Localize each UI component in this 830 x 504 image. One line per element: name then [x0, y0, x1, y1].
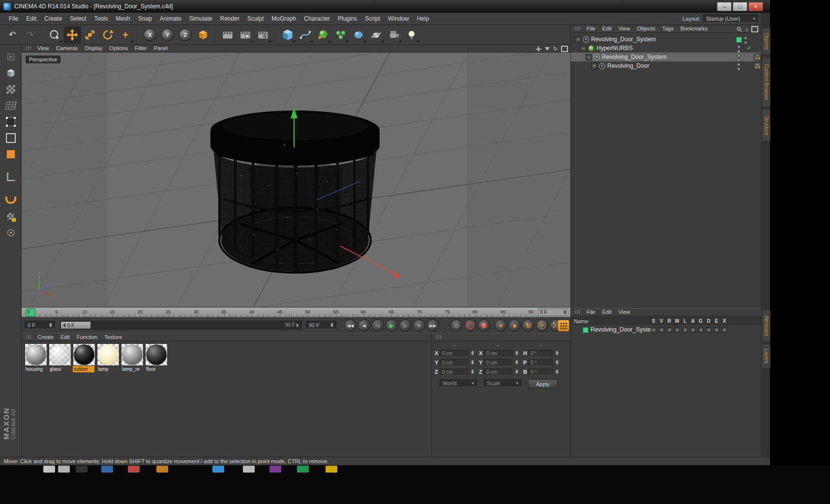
- om-menu-file[interactable]: File: [583, 25, 599, 32]
- rotate-tool[interactable]: [99, 27, 116, 43]
- size-mode-dropdown[interactable]: Scale ▾: [484, 379, 521, 387]
- panel-grip[interactable]: [26, 335, 32, 339]
- windows-taskbar[interactable]: [0, 465, 830, 504]
- material-name[interactable]: lamp: [97, 366, 119, 372]
- viewport-canvas[interactable]: Y X Z: [22, 53, 570, 307]
- menu-tools[interactable]: Tools: [90, 13, 112, 25]
- xref-toggle[interactable]: [722, 327, 727, 333]
- material-menu-function[interactable]: Function: [73, 334, 101, 341]
- snap-toggle[interactable]: [2, 224, 20, 241]
- hypernurbs-button[interactable]: [315, 27, 331, 43]
- size-column-header[interactable]: --: [491, 342, 505, 348]
- size-z-field[interactable]: 0 cm: [484, 368, 512, 376]
- material-item-selected[interactable]: rubber: [73, 343, 95, 372]
- redo-button[interactable]: ↷: [22, 27, 38, 43]
- key-scale-toggle[interactable]: ■: [508, 319, 521, 332]
- menu-render[interactable]: Render: [216, 13, 243, 25]
- undo-button[interactable]: ↶: [4, 27, 21, 43]
- om-menu-tags[interactable]: Tags: [659, 25, 677, 32]
- key-position-toggle[interactable]: +: [495, 319, 507, 332]
- col-deformers[interactable]: D: [705, 318, 712, 324]
- stepper-icon[interactable]: [471, 351, 474, 355]
- om-menu-objects[interactable]: Objects: [633, 25, 658, 32]
- tree-row-revolving-door[interactable]: + Revolving_Door: [571, 61, 761, 70]
- material-thumbnail[interactable]: [49, 343, 71, 366]
- prev-frame-button[interactable]: ◁: [372, 319, 384, 332]
- camera-label[interactable]: Perspective: [26, 56, 60, 63]
- render-settings-button[interactable]: [255, 27, 271, 43]
- current-frame-field[interactable]: 0 F: [25, 321, 55, 329]
- maximize-button[interactable]: □: [733, 2, 747, 11]
- camera-object-button[interactable]: [385, 27, 402, 43]
- viewport-menu-cameras[interactable]: Cameras: [53, 45, 82, 52]
- taskbar-icon[interactable]: [326, 466, 337, 473]
- layer-color-chip[interactable]: [736, 37, 742, 43]
- expressions-toggle[interactable]: [714, 327, 719, 333]
- taskbar-icon[interactable]: [297, 466, 309, 473]
- rot-h-field[interactable]: 0 °: [528, 350, 553, 357]
- loop-playback-button[interactable]: ↻: [413, 319, 425, 332]
- last-tool-button[interactable]: +: [117, 27, 134, 43]
- material-name[interactable]: rubber: [73, 366, 94, 372]
- prev-key-button[interactable]: ◀: [358, 319, 370, 332]
- menu-mograph[interactable]: MoGraph: [267, 13, 300, 25]
- edges-mode-button[interactable]: [2, 130, 20, 146]
- expander-icon[interactable]: −: [586, 54, 592, 60]
- material-thumbnail[interactable]: [97, 343, 119, 366]
- menu-sculpt[interactable]: Sculpt: [243, 13, 267, 25]
- panel-grip[interactable]: [575, 310, 581, 314]
- viewport-menu-display[interactable]: Display: [81, 45, 106, 52]
- tab-objects[interactable]: Objects: [762, 28, 771, 55]
- add-cube-button[interactable]: [279, 27, 296, 43]
- render-view-button[interactable]: [219, 27, 236, 43]
- stepper-icon[interactable]: [515, 360, 518, 364]
- coordinate-space-dropdown[interactable]: World ▾: [440, 379, 477, 387]
- material-menu-edit[interactable]: Edit: [57, 334, 73, 341]
- viewport-menu-options[interactable]: Options: [106, 45, 131, 52]
- material-thumbnail[interactable]: [145, 343, 168, 366]
- tree-row-hypernurbs[interactable]: − HyperNURBS ✓: [571, 44, 761, 53]
- lock-toggle[interactable]: [682, 327, 688, 333]
- panel-grip[interactable]: [575, 27, 581, 31]
- render-picture-viewer-button[interactable]: [237, 27, 254, 43]
- menu-file[interactable]: File: [5, 13, 22, 25]
- stepper-icon[interactable]: [330, 323, 333, 327]
- tab-content-browser[interactable]: Content Browser: [762, 57, 771, 107]
- texture-lock-toggle[interactable]: [2, 208, 20, 224]
- apply-button[interactable]: Apply: [528, 379, 558, 389]
- material-item[interactable]: lamp_re: [121, 343, 144, 372]
- revolving-door-model[interactable]: [210, 111, 380, 273]
- enable-check-icon[interactable]: ✓: [747, 45, 751, 51]
- tree-row-revolving-door-system[interactable]: − Revolving_Door_System: [571, 35, 761, 44]
- visibility-dots[interactable]: [744, 36, 747, 44]
- taskbar-icon[interactable]: [243, 466, 255, 473]
- pos-z-field[interactable]: 0 cm: [440, 368, 468, 376]
- floor-object-button[interactable]: [368, 27, 385, 43]
- menu-script[interactable]: Script: [361, 13, 384, 25]
- model-mode-button[interactable]: [2, 65, 20, 81]
- size-y-field[interactable]: 0 cm: [484, 359, 512, 366]
- om-menu-bookmarks[interactable]: Bookmarks: [677, 25, 711, 32]
- lock-z-toggle[interactable]: Z: [177, 27, 194, 43]
- col-xref[interactable]: X: [720, 318, 728, 324]
- menu-create[interactable]: Create: [40, 13, 66, 25]
- taskbar-icon[interactable]: [58, 466, 70, 473]
- polygons-mode-button[interactable]: [2, 146, 20, 162]
- render-toggle[interactable]: [667, 327, 672, 333]
- light-object-button[interactable]: [403, 27, 420, 43]
- key-rotation-toggle[interactable]: ↻: [522, 319, 534, 332]
- mograph-tag-icon[interactable]: [754, 54, 761, 61]
- mograph-tag-icon[interactable]: [754, 62, 761, 70]
- ruler-frame-field[interactable]: 0 F: [538, 308, 568, 316]
- rot-b-field[interactable]: 0 °: [528, 368, 553, 376]
- record-keyframe-button[interactable]: [464, 319, 476, 332]
- material-thumbnail[interactable]: [121, 343, 144, 366]
- manager-toggle[interactable]: [675, 327, 680, 333]
- material-item[interactable]: glass: [49, 343, 71, 372]
- material-menu-texture[interactable]: Texture: [101, 334, 125, 341]
- array-button[interactable]: [332, 27, 349, 43]
- generators-toggle[interactable]: [698, 327, 704, 333]
- menu-animate[interactable]: Animate: [156, 13, 185, 25]
- magnet-tool-button[interactable]: [2, 192, 20, 208]
- coordinate-system-toggle[interactable]: [195, 27, 211, 43]
